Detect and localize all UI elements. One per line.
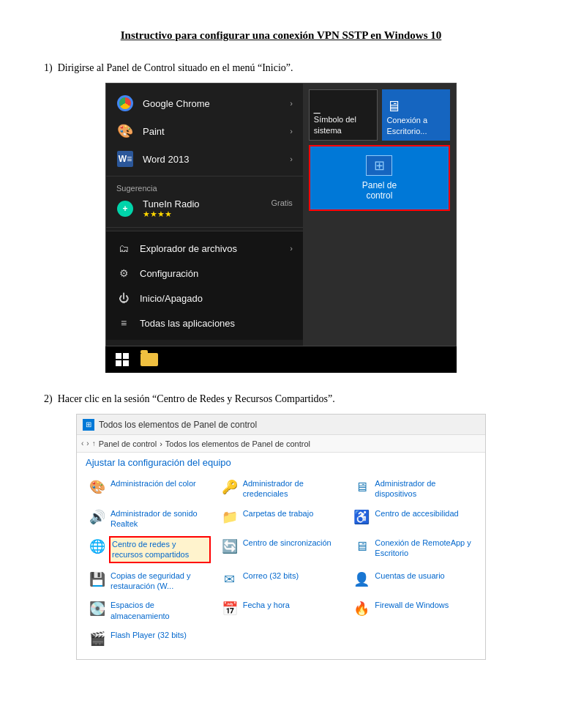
cp-item-storage[interactable]: 💽 Espacios de almacenamiento: [86, 597, 212, 624]
backup-icon: 💾: [89, 571, 106, 588]
bottom-explorer[interactable]: 🗂 Explorador de archivos ›: [106, 236, 303, 261]
step1-screenshot: Google Chrome › 🎨 Paint ›: [44, 83, 518, 373]
folders-label: Carpetas de trabajo: [243, 508, 314, 519]
start-bottom: 🗂 Explorador de archivos › ⚙ Configuraci…: [106, 231, 303, 340]
step2-label: 2) Hacer clic en la sesión “Centro de Re…: [44, 393, 518, 405]
cp-toolbar: ‹ › ↑ Panel de control › Todos los eleme…: [77, 435, 485, 453]
allapps-icon: ≡: [116, 316, 131, 330]
cp-titlebar: ⊞ Todos los elementos de Panel de contro…: [77, 415, 485, 435]
chrome-label: Google Chrome: [143, 98, 210, 109]
step2-screenshot: ⊞ Todos los elementos de Panel de contro…: [44, 414, 518, 660]
chrome-icon: [116, 94, 134, 112]
back-btn[interactable]: ‹: [81, 439, 83, 447]
tile-remote-label: Conexión a Escritorio...: [386, 115, 446, 136]
accounts-label: Cuentas de usuario: [375, 571, 444, 581]
menu-divider: [106, 176, 303, 177]
cp-item-accounts[interactable]: 👤 Cuentas de usuario: [350, 568, 476, 595]
power-icon: ⏻: [116, 291, 131, 305]
app-item-word[interactable]: W≡ Word 2013 ›: [106, 145, 303, 173]
sync-label: Centro de sincronización: [243, 538, 331, 548]
forward-btn[interactable]: ›: [86, 439, 89, 447]
start-menu: Google Chrome › 🎨 Paint ›: [105, 83, 457, 346]
cp-item-firewall[interactable]: 🔥 Firewall de Windows: [350, 597, 476, 624]
cp-item-devices[interactable]: 🖥 Administrador de dispositivos: [350, 475, 476, 502]
up-btn[interactable]: ↑: [92, 439, 96, 447]
panel-icon: ⊞: [366, 155, 392, 176]
flash-label: Flash Player (32 bits): [110, 630, 187, 640]
devices-icon: 🖥: [353, 478, 370, 496]
cp-item-backup[interactable]: 💾 Copias de seguridad y restauración (W.…: [86, 568, 212, 595]
word-icon: W≡: [116, 150, 134, 168]
sound-label: Administrador de sonido Realtek: [110, 508, 209, 530]
cp-item-sound[interactable]: 🔊 Administrador de sonido Realtek: [86, 505, 212, 532]
start-button[interactable]: [111, 349, 133, 371]
cred-label: Administrador de credenciales: [243, 478, 342, 499]
cp-item-mail[interactable]: ✉ Correo (32 bits): [218, 568, 345, 595]
taskbar: [105, 346, 457, 373]
menu-divider2: [106, 227, 303, 228]
sugerencia-label: Sugerencia: [106, 179, 303, 194]
cp-item-access[interactable]: ♿ Centro de accesibilidad: [350, 505, 476, 532]
bottom-power[interactable]: ⏻ Inicio/Apagado: [106, 286, 303, 311]
explorer-chevron: ›: [290, 244, 293, 253]
cp-item-admin-color[interactable]: 🎨 Administración del color: [86, 475, 212, 502]
config-icon: ⚙: [116, 266, 131, 281]
networks-label: Centro de redes y recursos compartidos: [110, 538, 209, 562]
cp-item-networks[interactable]: 🌐 Centro de redes y recursos compartidos: [86, 535, 212, 565]
allapps-label: Todas las aplicaciones: [140, 318, 235, 329]
step1-label: 1) Dirigirse al Panel de Control situado…: [44, 62, 518, 74]
sync-icon: 🔄: [221, 538, 239, 555]
access-icon: ♿: [353, 508, 370, 526]
storage-label: Espacios de almacenamiento: [110, 600, 209, 621]
cp-heading: Ajustar la configuración del equipo: [77, 453, 485, 472]
bottom-config[interactable]: ⚙ Configuración: [106, 261, 303, 286]
tunein-icon: +: [116, 200, 134, 218]
sound-icon: 🔊: [89, 508, 106, 526]
breadcrumb-sep: ›: [160, 439, 162, 448]
app-item-chrome[interactable]: Google Chrome ›: [106, 89, 303, 117]
paint-label: Paint: [143, 126, 165, 137]
cp-breadcrumb: Panel de control › Todos los elementos d…: [99, 439, 310, 448]
flash-icon: 🎬: [89, 630, 106, 647]
tunein-price: Gratis: [271, 198, 293, 207]
backup-label: Copias de seguridad y restauración (W...: [110, 571, 209, 592]
cp-item-cred[interactable]: 🔑 Administrador de credenciales: [218, 475, 345, 502]
admin-color-icon: 🎨: [89, 478, 106, 496]
top-tile-row: _ Símbolo del sistema 🖥 Conexión a Escri…: [309, 89, 450, 141]
tile-terminal[interactable]: _ Símbolo del sistema: [309, 89, 378, 141]
app-list: Google Chrome › 🎨 Paint ›: [106, 83, 303, 346]
datetime-icon: 📅: [221, 600, 239, 617]
remote-icon: 🖥: [353, 538, 370, 555]
tile-panel-label: Panel de control: [362, 180, 397, 201]
storage-icon: 💽: [89, 600, 106, 617]
firewall-icon: 🔥: [353, 600, 370, 617]
admin-color-label: Administración del color: [110, 478, 196, 489]
devices-label: Administrador de dispositivos: [375, 478, 473, 499]
cp-item-sync[interactable]: 🔄 Centro de sincronización: [218, 535, 345, 565]
tunein-name: TuneIn Radio: [143, 198, 271, 209]
tile-panel-control[interactable]: ⊞ Panel de control: [309, 145, 450, 211]
tile-remote[interactable]: 🖥 Conexión a Escritorio...: [382, 89, 450, 141]
start-menu-right: _ Símbolo del sistema 🖥 Conexión a Escri…: [303, 83, 456, 346]
bottom-allapps[interactable]: ≡ Todas las aplicaciones: [106, 311, 303, 335]
mail-label: Correo (32 bits): [243, 571, 299, 581]
control-panel-window: ⊞ Todos los elementos de Panel de contro…: [76, 414, 486, 660]
breadcrumb-text: Panel de control: [99, 439, 157, 448]
app-item-tunein[interactable]: + TuneIn Radio ★★★★ Gratis: [106, 194, 303, 224]
app-item-paint[interactable]: 🎨 Paint ›: [106, 117, 303, 145]
taskbar-folder[interactable]: [140, 353, 158, 366]
cp-item-folders[interactable]: 📁 Carpetas de trabajo: [218, 505, 345, 532]
explorer-label: Explorador de archivos: [140, 243, 237, 254]
word-label: Word 2013: [143, 154, 189, 165]
tunein-rating: ★★★★: [143, 209, 271, 219]
cp-item-remote[interactable]: 🖥 Conexión de RemoteApp y Escritorio: [350, 535, 476, 565]
power-label: Inicio/Apagado: [140, 293, 203, 304]
accounts-icon: 👤: [353, 571, 370, 588]
cp-title: Todos los elementos de Panel de control: [99, 420, 257, 430]
config-label: Configuración: [140, 268, 198, 279]
cp-item-datetime[interactable]: 📅 Fecha y hora: [218, 597, 345, 624]
access-label: Centro de accesibilidad: [375, 508, 458, 519]
cp-item-flash[interactable]: 🎬 Flash Player (32 bits): [86, 627, 212, 650]
word-chevron: ›: [290, 155, 293, 163]
chrome-chevron: ›: [290, 99, 293, 108]
